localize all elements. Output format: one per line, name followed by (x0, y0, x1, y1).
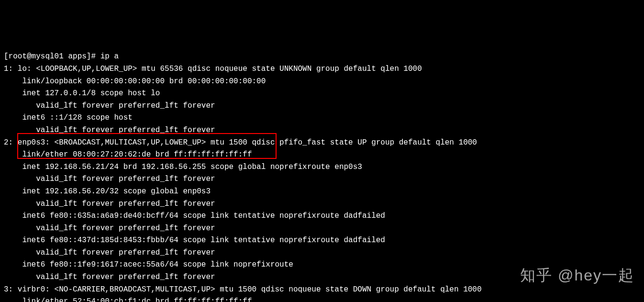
terminal-line: 3: virbr0: <NO-CARRIER,BROADCAST,MULTICA… (4, 284, 640, 296)
terminal-line: inet 192.168.56.21/24 brd 192.168.56.255… (4, 161, 640, 174)
terminal-line: 1: lo: <LOOPBACK,UP,LOWER_UP> mtu 65536 … (4, 63, 640, 76)
terminal-line: valid_lft forever preferred_lft forever (4, 247, 640, 259)
terminal-line: valid_lft forever preferred_lft forever (4, 223, 640, 235)
terminal-line: inet 127.0.0.1/8 scope host lo (4, 88, 640, 100)
terminal-line: valid_lft forever preferred_lft forever (4, 173, 640, 186)
terminal-line: valid_lft forever preferred_lft forever (4, 198, 640, 211)
terminal-line: inet6 fe80::635a:a6a9:de40:bcff/64 scope… (4, 210, 640, 223)
terminal-line: inet 192.168.56.20/32 scope global enp0s… (4, 186, 640, 198)
terminal-line: valid_lft forever preferred_lft forever (4, 100, 640, 112)
terminal-line: link/loopback 00:00:00:00:00:00 brd 00:0… (4, 76, 640, 88)
terminal-line: inet6 ::1/128 scope host (4, 112, 640, 124)
terminal-output: [root@mysql01 apps]# ip a1: lo: <LOOPBAC… (4, 51, 640, 302)
terminal-line: [root@mysql01 apps]# ip a (4, 51, 640, 63)
terminal-line: link/ether 08:00:27:20:62:de brd ff:ff:f… (4, 149, 640, 161)
terminal-line: valid_lft forever preferred_lft forever (4, 124, 640, 137)
terminal-line: valid_lft forever preferred_lft forever (4, 271, 640, 284)
terminal-line: 2: enp0s3: <BROADCAST,MULTICAST,UP,LOWER… (4, 137, 640, 149)
terminal-line: inet6 fe80::437d:185d:8453:fbbb/64 scope… (4, 235, 640, 247)
terminal-line: link/ether 52:54:00:cb:f1:dc brd ff:ff:f… (4, 296, 640, 302)
terminal-line: inet6 fe80::1fe9:1617:acec:55a6/64 scope… (4, 259, 640, 271)
